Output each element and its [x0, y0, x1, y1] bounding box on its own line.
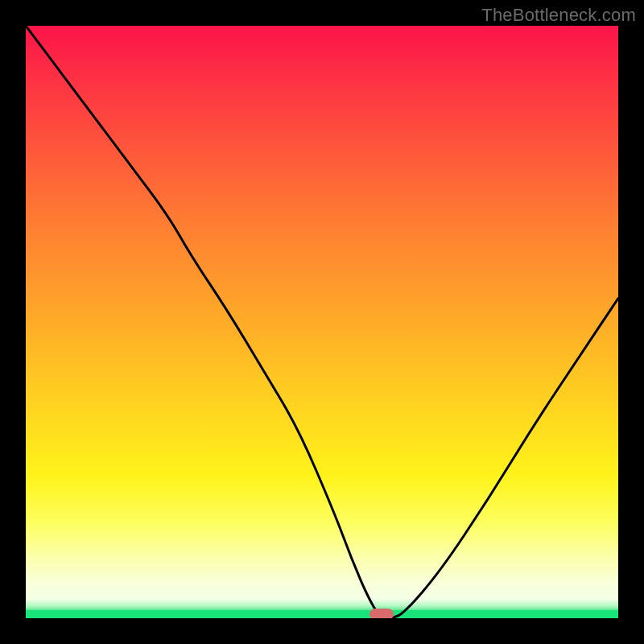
- chart-frame: TheBottleneck.com: [0, 0, 644, 644]
- curve-path: [26, 26, 618, 618]
- watermark-text: TheBottleneck.com: [481, 5, 636, 26]
- plot-area: [26, 26, 618, 618]
- minimum-marker: [369, 609, 394, 618]
- bottleneck-curve: [26, 26, 618, 618]
